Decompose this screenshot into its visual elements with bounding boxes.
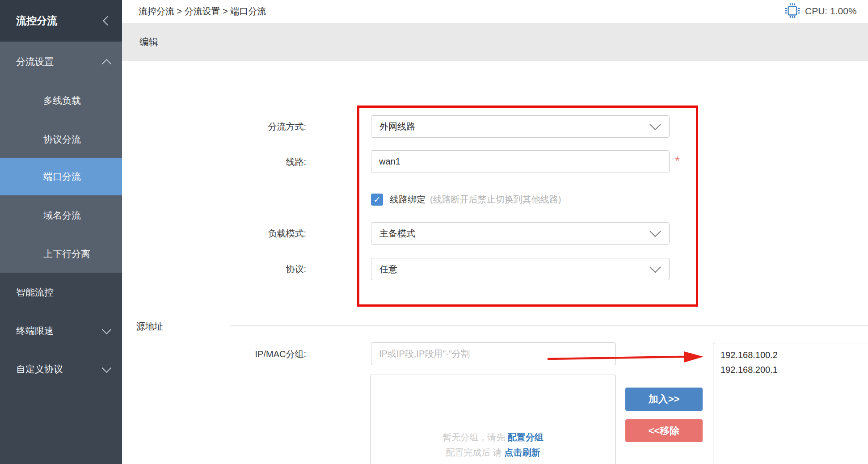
line-binding-row: ✓ 线路绑定 (线路断开后禁止切换到其他线路): [371, 193, 561, 206]
protocol-select[interactable]: 任意: [371, 258, 670, 280]
group-list-box[interactable]: 暂无分组，请先 配置分组 配置完成后 请 点击刷新: [370, 375, 616, 464]
configure-group-link[interactable]: 配置分组: [508, 432, 544, 442]
split-mode-select[interactable]: 外网线路: [371, 115, 670, 138]
split-mode-value: 外网线路: [379, 121, 415, 133]
chevron-down-icon: [649, 119, 661, 130]
selected-ip-item[interactable]: 192.168.200.1: [721, 363, 868, 377]
line-input[interactable]: [371, 150, 670, 173]
ip-mac-input[interactable]: [371, 342, 616, 365]
sidebar-item-smart-qos[interactable]: 智能流控: [0, 281, 122, 304]
protocol-value: 任意: [379, 263, 397, 275]
line-binding-note: (线路断开后禁止切换到其他线路): [430, 194, 561, 206]
cpu-usage-value: CPU: 1.00%: [805, 6, 857, 17]
chevron-down-icon: [649, 262, 661, 273]
load-mode-value: 主备模式: [379, 228, 415, 240]
required-asterisk: *: [675, 154, 680, 168]
line-binding-checkbox[interactable]: ✓: [371, 194, 383, 206]
section-divider: [230, 325, 868, 326]
split-mode-label: 分流方式:: [179, 121, 306, 132]
breadcrumb[interactable]: 流控分流 > 分流设置 > 端口分流: [139, 5, 266, 17]
load-mode-label: 负载模式:: [179, 228, 306, 239]
load-mode-select[interactable]: 主备模式: [371, 222, 670, 245]
line-label: 线路:: [179, 156, 306, 168]
sidebar-item-custom-protocol[interactable]: 自定义协议: [0, 358, 122, 381]
sidebar-item-multiline-load[interactable]: 多线负载: [0, 89, 122, 112]
sidebar-header: 流控分流: [0, 0, 122, 42]
chevron-down-icon: [102, 363, 111, 373]
sidebar: 流控分流 分流设置 多线负载 协议分流 端口分流 域名分流 上下行分离 智能流控…: [0, 0, 122, 464]
cpu-status: CPU: 1.00%: [784, 2, 868, 21]
sidebar-item-split-settings[interactable]: 分流设置: [0, 50, 122, 73]
chevron-up-icon: [102, 59, 111, 68]
sidebar-item-updown-split[interactable]: 上下行分离: [0, 242, 122, 266]
remove-button[interactable]: <<移除: [625, 419, 703, 442]
empty-groups-line2: 配置完成后 请 点击刷新: [371, 445, 615, 460]
cpu-chip-icon: [784, 2, 801, 20]
chevron-down-icon: [649, 226, 661, 237]
add-button[interactable]: 加入>>: [625, 388, 703, 411]
sidebar-group-background: [0, 42, 122, 273]
page-title: 编辑: [139, 23, 158, 61]
collapse-sidebar-icon[interactable]: [103, 16, 112, 25]
chevron-down-icon: [102, 325, 111, 334]
ip-mac-group-label: IP/MAC分组:: [179, 348, 306, 360]
sidebar-item-terminal-limit[interactable]: 终端限速: [0, 319, 122, 342]
edit-section-bar: 编辑: [122, 23, 868, 61]
line-binding-label: 线路绑定: [390, 194, 426, 206]
app-window: 流控分流 分流设置 多线负载 协议分流 端口分流 域名分流 上下行分离 智能流控…: [0, 0, 868, 464]
sidebar-title: 流控分流: [16, 0, 57, 42]
empty-groups-line1: 暂无分组，请先 配置分组: [371, 430, 615, 445]
sidebar-item-port-split-selected[interactable]: 端口分流: [0, 158, 122, 195]
selected-ip-list-box[interactable]: 192.168.100.2 192.168.200.1: [713, 343, 868, 464]
source-address-section-title: 源地址: [136, 321, 163, 333]
refresh-link[interactable]: 点击刷新: [505, 447, 540, 457]
protocol-label: 协议:: [179, 263, 306, 275]
sidebar-item-protocol-split[interactable]: 协议分流: [0, 128, 122, 151]
selected-ip-item[interactable]: 192.168.100.2: [721, 348, 868, 363]
sidebar-item-domain-split[interactable]: 域名分流: [0, 204, 122, 227]
